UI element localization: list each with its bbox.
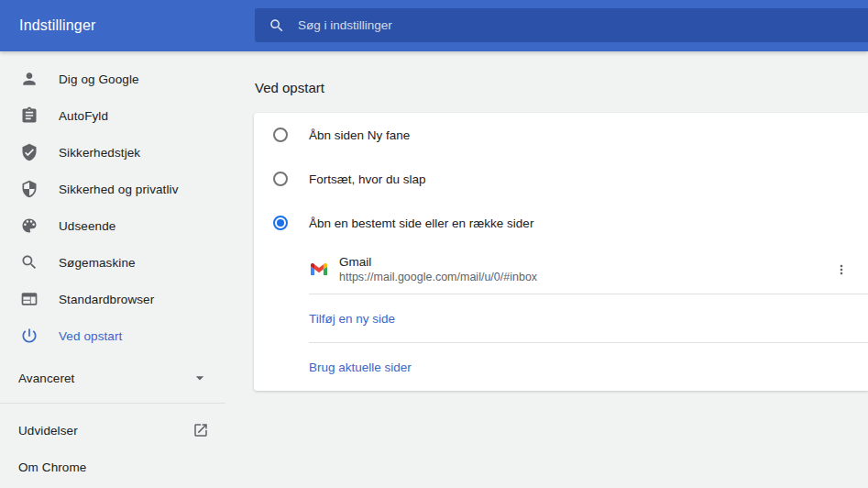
search-box[interactable] (255, 8, 868, 42)
section-title: Ved opstart (255, 81, 324, 95)
sidebar-item-safety-check[interactable]: Sikkerhedstjek (0, 134, 225, 171)
search-icon (20, 253, 38, 272)
radio-button[interactable] (273, 172, 288, 186)
sidebar-item-about-chrome[interactable]: Om Chrome (0, 449, 225, 485)
radio-button[interactable] (273, 216, 288, 230)
open-in-new-icon (192, 422, 209, 438)
use-current-pages-button[interactable]: Brug aktuelle sider (309, 360, 412, 374)
radio-option-continue[interactable]: Fortsæt, hvor du slap (254, 157, 868, 201)
more-actions-button[interactable] (827, 255, 856, 284)
startup-page-title: Gmail (339, 255, 537, 269)
person-icon (20, 70, 38, 88)
power-icon (20, 327, 38, 345)
sidebar-item-appearance[interactable]: Udseende (0, 207, 225, 244)
sidebar: Dig og Google AutoFyld Sikkerhedstjek Si… (0, 51, 225, 485)
safety-check-icon (20, 143, 38, 161)
radio-option-new-tab[interactable]: Åbn siden Ny fane (254, 113, 868, 157)
sidebar-item-autofill[interactable]: AutoFyld (0, 97, 225, 134)
autofill-icon (20, 106, 38, 125)
sidebar-divider (0, 403, 225, 404)
browser-icon (20, 290, 38, 308)
sidebar-item-default-browser[interactable]: Standardbrowser (0, 281, 225, 317)
palette-icon (20, 216, 38, 235)
sidebar-item-privacy-security[interactable]: Sikkerhed og privatliv (0, 171, 225, 207)
sidebar-item-extensions[interactable]: Udvidelser (0, 412, 225, 449)
security-shield-icon (20, 180, 38, 198)
startup-page-row: Gmail https://mail.google.com/mail/u/0/#… (254, 245, 868, 294)
sidebar-item-on-startup[interactable]: Ved opstart (0, 317, 225, 354)
sidebar-item-you-and-google[interactable]: Dig og Google (0, 61, 225, 97)
search-input[interactable] (298, 18, 868, 32)
startup-page-url: https://mail.google.com/mail/u/0/#inbox (339, 271, 537, 283)
radio-button[interactable] (273, 128, 288, 142)
page-title: Indstillinger (19, 17, 96, 34)
gmail-icon (311, 263, 327, 276)
more-vert-icon (834, 262, 849, 277)
startup-options-card: Åbn siden Ny fane Fortsæt, hvor du slap … (254, 113, 868, 391)
add-new-page-button[interactable]: Tilføj en ny side (309, 312, 395, 326)
search-icon (269, 17, 285, 34)
settings-header: Indstillinger (0, 0, 868, 51)
sidebar-item-search-engine[interactable]: Søgemaskine (0, 244, 225, 281)
chevron-down-icon (191, 369, 209, 387)
advanced-section-toggle[interactable]: Avanceret (0, 360, 225, 396)
radio-option-specific-pages[interactable]: Åbn en bestemt side eller en række sider (254, 201, 868, 245)
